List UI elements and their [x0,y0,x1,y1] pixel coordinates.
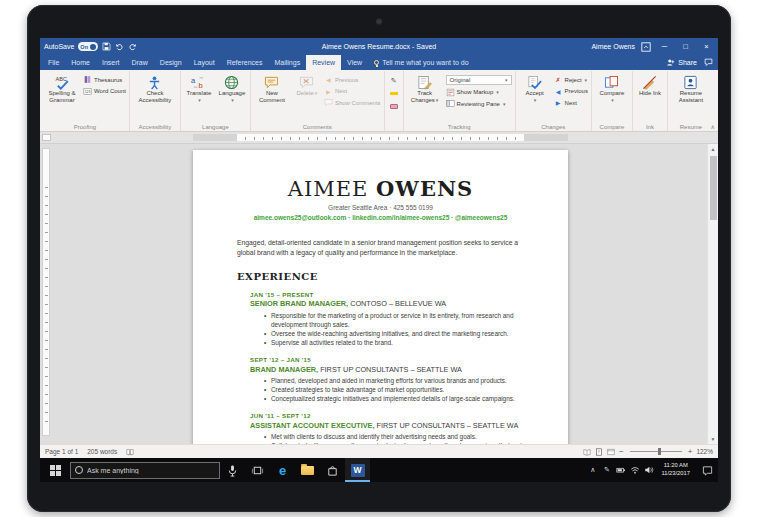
zoom-slider-thumb[interactable] [658,448,661,455]
volume-button[interactable] [642,458,655,482]
hide-ink-label: Hide Ink [639,90,661,97]
tell-me-box[interactable]: Tell me what you want to do [368,55,474,70]
thesaurus-button[interactable]: Thesaurus [83,75,126,84]
tab-selector[interactable] [42,134,51,141]
experience-bullet-list: Planned, developed and aided in marketin… [264,376,524,403]
reviewing-pane-button[interactable]: Reviewing Pane ▾ [446,99,512,108]
reject-button[interactable]: ✗ Reject ▾ [554,75,588,84]
undo-button[interactable] [115,42,124,51]
resume-contact-links[interactable]: aimee.owens25@outlook.com · linkedin.com… [237,214,524,221]
accept-button[interactable]: Accept▾ [519,73,551,105]
tab-design[interactable]: Design [154,55,188,70]
microphone-button[interactable] [220,458,245,482]
task-view-button[interactable] [245,458,270,482]
eraser-button[interactable] [388,101,400,112]
save-button[interactable] [102,42,111,51]
proofing-status-icon[interactable] [126,448,134,456]
share-button[interactable]: Share [666,58,697,67]
scroll-up-arrow[interactable]: ▲ [711,146,716,152]
spelling-grammar-button[interactable]: ABC Spelling & Grammar [44,73,80,105]
experience-role: ASSISTANT ACCOUNT EXECUTIVE, [250,421,374,430]
taskbar-clock[interactable]: 11:20 AM 11/23/2017 [656,462,695,477]
signed-in-user[interactable]: Aimee Owens [591,43,635,50]
edge-browser-button[interactable]: e [270,458,295,482]
search-input[interactable] [87,467,197,474]
track-changes-button[interactable]: Track Changes▾ [407,73,443,105]
track-changes-icon [417,74,432,90]
read-mode-view-button[interactable] [583,448,591,456]
zoom-in-button[interactable]: + [688,448,693,456]
previous-change-button[interactable]: ◀ Previous [554,87,588,96]
resume-assistant-label: Resume Assistant [671,90,711,104]
next-comment-button[interactable]: ▶ Next [324,87,381,96]
word-count-button[interactable]: 123 Word Count [83,87,126,96]
next-change-button[interactable]: ▶ Next [554,98,588,107]
pen-tray-button[interactable]: ✎ [600,458,613,482]
page-indicator[interactable]: Page 1 of 1 [45,448,78,455]
delete-comment-button[interactable]: Delete▾ [293,73,321,98]
autosave-toggle[interactable]: On [78,42,98,51]
display-for-review-dropdown[interactable]: Original ▾ [446,75,512,85]
maximize-button[interactable]: □ [678,38,693,55]
collapse-ribbon-button[interactable]: ∧ [711,123,715,130]
tab-insert[interactable]: Insert [96,55,126,70]
file-explorer-button[interactable] [295,458,320,482]
compare-button[interactable]: Compare▾ [595,73,629,105]
language-button[interactable]: Language▾ [217,73,247,105]
tray-overflow-button[interactable]: ∧ [586,458,599,482]
accept-label: Accept [525,90,543,96]
battery-button[interactable] [614,458,627,482]
scrollbar-thumb[interactable] [710,156,717,220]
new-comment-icon [264,74,279,90]
store-button[interactable] [320,458,345,482]
new-comment-button[interactable]: New Comment [254,73,290,105]
tab-review[interactable]: Review [306,55,341,70]
tab-layout[interactable]: Layout [188,55,221,70]
share-label: Share [678,59,697,66]
minimize-button[interactable]: ─ [657,38,672,55]
action-center-button[interactable] [696,458,718,482]
tab-home[interactable]: Home [65,55,96,70]
comments-button[interactable] [704,58,713,67]
ribbon-group-tracking: Track Changes▾ Original ▾ Show Markup ▾ [404,71,516,131]
web-layout-view-button[interactable] [607,448,615,456]
horizontal-ruler[interactable] [40,132,718,144]
redo-button[interactable] [128,42,137,51]
file-explorer-icon [301,466,314,475]
network-button[interactable] [628,458,641,482]
cortana-search-box[interactable] [70,462,220,479]
vertical-ruler[interactable] [42,148,50,436]
translate-button[interactable]: ab Translate▾ [184,73,214,105]
tab-references[interactable]: References [221,55,269,70]
close-button[interactable]: × [699,38,714,55]
reject-icon: ✗ [554,75,563,84]
tab-file[interactable]: File [42,55,65,70]
zoom-out-button[interactable]: − [619,448,624,456]
pen-button[interactable]: ✎ [388,75,400,86]
tab-view[interactable]: View [341,55,368,70]
highlighter-button[interactable] [388,88,400,99]
ribbon-display-options-button[interactable] [641,42,651,52]
start-button[interactable] [40,458,70,482]
document-page[interactable]: AIMEE OWENS Greater Seattle Area · 425 5… [193,150,568,444]
word-app-button[interactable]: W [345,458,370,482]
eraser-icon [390,104,398,109]
show-comments-button[interactable]: Show Comments [324,98,381,107]
check-accessibility-button[interactable]: Check Accessibility [133,73,177,105]
share-icon [666,58,675,67]
previous-comment-button[interactable]: ◀ Previous [324,75,381,84]
ribbon-group-label-language: Language [181,124,250,130]
resume-assistant-button[interactable]: Resume Assistant [671,73,711,105]
zoom-level[interactable]: 122% [696,448,713,455]
scroll-down-arrow[interactable]: ▼ [711,436,716,442]
tab-mailings[interactable]: Mailings [268,55,306,70]
word-count-indicator[interactable]: 205 words [87,448,117,455]
hide-ink-button[interactable]: Hide Ink [636,73,664,98]
vertical-scrollbar[interactable]: ▲ ▼ [707,144,718,444]
experience-role-line: ASSISTANT ACCOUNT EXECUTIVE, FIRST UP CO… [250,421,524,430]
battery-icon [616,465,626,475]
show-markup-button[interactable]: Show Markup ▾ [446,88,512,97]
tab-draw[interactable]: Draw [125,55,153,70]
zoom-slider[interactable] [630,451,682,452]
print-layout-view-button[interactable] [595,448,603,456]
